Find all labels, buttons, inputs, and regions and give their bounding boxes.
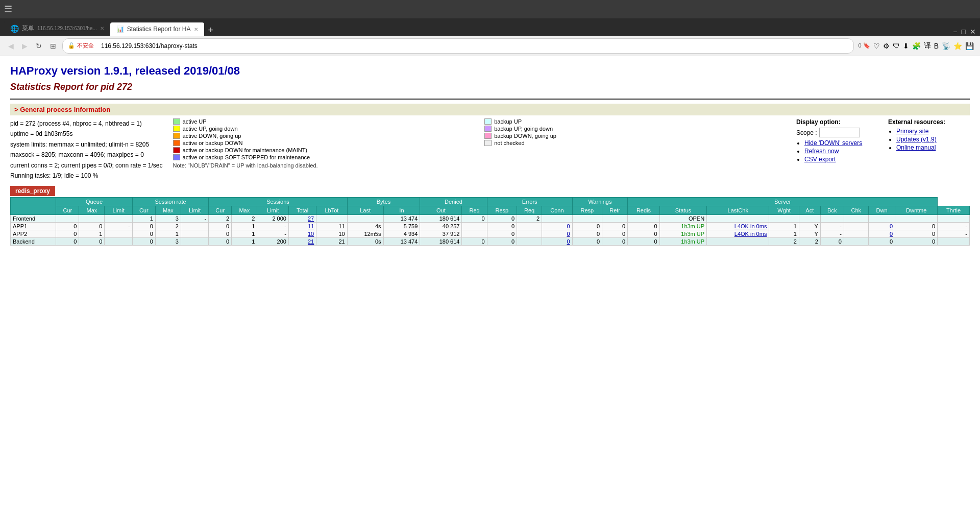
td-dwn: 0 — [868, 223, 895, 230]
td-b-out: 180 614 — [420, 215, 462, 223]
th-thrtle: Thrtle — [938, 206, 970, 215]
rss-icon[interactable]: 📡 — [942, 42, 950, 50]
general-info-header: > General process information — [10, 104, 970, 115]
td-s-total: 10 — [288, 230, 316, 238]
td-s-total: 27 — [288, 215, 316, 223]
td-s-last: 0s — [347, 238, 383, 246]
csv-export-link[interactable]: CSV export — [804, 156, 836, 163]
updates-link[interactable]: Updates (v1.9) — [896, 136, 937, 143]
legend-color-backup-down-up — [484, 133, 492, 139]
td-d-resp: 0 — [487, 215, 517, 223]
td-s-total: 21 — [288, 238, 316, 246]
td-bck: 0 — [820, 238, 844, 246]
shield-icon[interactable]: 🛡 — [893, 42, 900, 50]
th-sr-limit: Limit — [181, 206, 208, 215]
tab-2[interactable]: 📊 Statistics Report for HA ✕ — [110, 22, 204, 36]
td-sr-max: 3 — [155, 215, 181, 223]
td-q-limit — [105, 230, 132, 238]
tab2-close[interactable]: ✕ — [194, 27, 198, 32]
maximize-icon[interactable]: □ — [962, 28, 966, 36]
td-b-out: 180 614 — [420, 238, 462, 246]
page-title: HAProxy version 1.9.1, released 2019/01/… — [10, 64, 970, 78]
th-sr-max: Max — [155, 206, 181, 215]
td-act — [799, 215, 820, 223]
th-denied: Denied — [420, 198, 487, 206]
forward-button[interactable]: ▶ — [20, 40, 30, 52]
td-thrtle — [938, 238, 970, 246]
legend-color-not-checked — [484, 140, 492, 146]
tab-1[interactable]: 🌐 菜单 116.56.129.153:6301/he... ✕ — [4, 21, 110, 36]
page-divider — [10, 99, 970, 100]
system-limits-line: system limits: memmax = unlimited; ulimi… — [10, 139, 163, 150]
refresh-button[interactable]: ↻ — [34, 40, 44, 52]
tab1-title: 菜单 — [22, 24, 34, 33]
td-s-cur: 0 — [209, 238, 232, 246]
td-act: 2 — [799, 238, 820, 246]
td-bck: - — [820, 230, 844, 238]
apps-button[interactable]: ⊞ — [48, 40, 58, 52]
th-lastchk: LastChk — [707, 206, 769, 215]
td-q-max — [79, 215, 105, 223]
browser-chrome: ☰ — [0, 0, 980, 18]
refresh-now-link[interactable]: Refresh now — [804, 148, 839, 155]
counter-badge: 0 🔖 — [858, 42, 870, 49]
new-tab-button[interactable]: + — [204, 25, 218, 36]
td-s-max: 1 — [232, 230, 257, 238]
legend-color-soft-stop — [173, 154, 180, 160]
table-sub-header-row: Cur Max Limit Cur Max Limit Cur Max Limi… — [11, 206, 970, 215]
td-b-out: 40 257 — [420, 223, 462, 230]
td-w-retr: 0 — [602, 230, 628, 238]
page-subtitle: Statistics Report for pid 272 — [10, 82, 970, 92]
window-controls: ☰ — [4, 4, 12, 15]
td-sr-limit: - — [181, 215, 208, 223]
uptime-line: uptime = 0d 1h03m55s — [10, 129, 163, 139]
close-window-icon[interactable]: ✕ — [970, 28, 976, 36]
td-thrtle: - — [938, 230, 970, 238]
stats-table: Queue Session rate Sessions Bytes Denied… — [10, 197, 970, 246]
td-wght: 1 — [769, 230, 799, 238]
extension-icon[interactable]: 🧩 — [912, 42, 921, 50]
scope-input[interactable] — [819, 128, 860, 137]
th-e-conn: Conn — [542, 206, 572, 215]
tab1-close[interactable]: ✕ — [100, 26, 104, 31]
td-act: Y — [799, 230, 820, 238]
translate-icon[interactable]: 译 — [924, 41, 931, 51]
th-e-resp: Resp — [572, 206, 602, 215]
td-s-last: 12m5s — [347, 230, 383, 238]
td-lastchk — [707, 215, 769, 223]
online-manual-link[interactable]: Online manual — [896, 144, 936, 151]
th-q-cur: Cur — [56, 206, 79, 215]
td-chk — [844, 238, 868, 246]
td-s-total: 11 — [288, 223, 316, 230]
td-d-resp: 0 — [487, 230, 517, 238]
star-icon[interactable]: ⭐ — [953, 42, 962, 50]
th-bck: Bck — [820, 206, 844, 215]
td-w-retr: 0 — [602, 223, 628, 230]
legend-item-backup-up-down: backup UP, going down — [484, 126, 786, 132]
td-q-limit — [105, 238, 132, 246]
menu-icon[interactable]: ☰ — [4, 4, 12, 15]
hide-down-link[interactable]: Hide 'DOWN' servers — [804, 139, 862, 147]
th-b-out: Out — [420, 206, 462, 215]
settings-icon[interactable]: ⚙ — [883, 42, 890, 50]
table-row: APP2 0 1 0 1 0 1 - 10 10 12m5s 4 934 37 … — [11, 230, 970, 238]
td-w-retr: 0 — [602, 238, 628, 246]
row-name-app1: APP1 — [11, 223, 56, 230]
minimize-icon[interactable]: − — [953, 28, 957, 36]
td-lastchk: L4OK in 0ms — [707, 230, 769, 238]
back-button[interactable]: ◀ — [6, 40, 16, 52]
td-dwntme: 0 — [895, 238, 938, 246]
table-row: Backend 0 0 0 3 0 1 200 21 21 0s 13 474 … — [11, 238, 970, 246]
legend-color-active-backup-down — [173, 140, 180, 146]
primary-site-link[interactable]: Primary site — [896, 128, 928, 135]
bing-icon[interactable]: B — [934, 42, 939, 50]
td-bck: - — [820, 223, 844, 230]
download-icon[interactable]: ⬇ — [903, 42, 909, 50]
legend-color-active-up — [173, 118, 180, 125]
legend-color-backup-up — [484, 118, 492, 125]
heart-icon[interactable]: ♡ — [873, 42, 880, 50]
save-icon[interactable]: 💾 — [965, 42, 974, 50]
legend-note: Note: "NOLB"/"DRAIN" = UP with load-bala… — [173, 162, 786, 169]
td-bck — [820, 215, 844, 223]
address-input[interactable] — [96, 40, 848, 52]
